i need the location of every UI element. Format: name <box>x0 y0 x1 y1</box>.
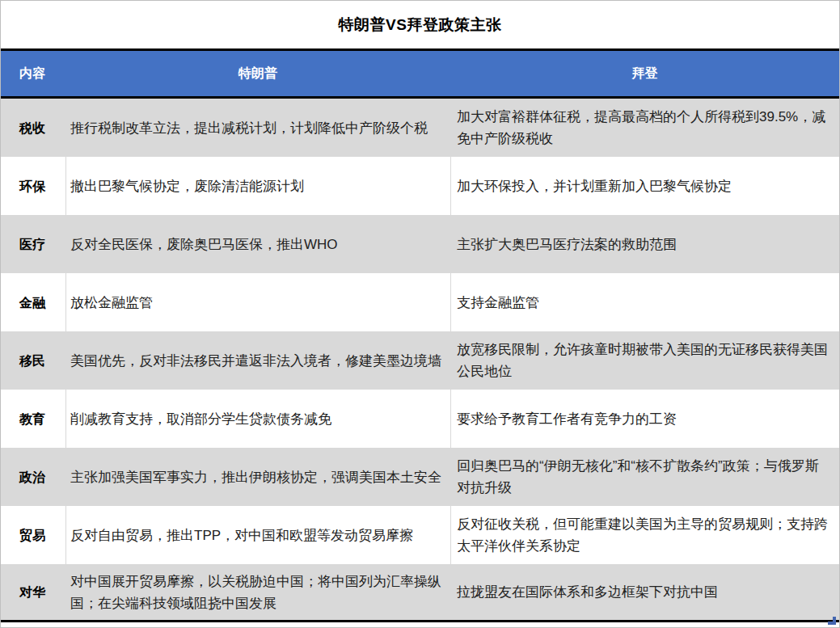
title-block: 特朗普VS拜登政策主张 <box>1 1 839 51</box>
biden-policy-cell: 回归奥巴马的“伊朗无核化”和“核不扩散条约”政策；与俄罗斯对抗升级 <box>450 448 839 506</box>
trump-policy-cell: 反对自由贸易，推出TPP，对中国和欧盟等发动贸易摩擦 <box>65 506 450 564</box>
table-header-row: 内容 特朗普 拜登 <box>1 51 839 99</box>
row-category-label: 金融 <box>1 273 65 331</box>
row-category-label: 环保 <box>1 157 65 215</box>
trump-policy-cell: 美国优先，反对非法移民并遣返非法入境者，修建美墨边境墙 <box>65 331 450 390</box>
row-category-label: 对华 <box>1 564 65 620</box>
row-category-label: 医疗 <box>1 215 65 273</box>
header-cell-trump: 特朗普 <box>65 51 450 96</box>
table-row: 税收 推行税制改革立法，提出减税计划，计划降低中产阶级个税 加大对富裕群体征税，… <box>1 99 839 157</box>
biden-policy-cell: 要求给予教育工作者有竞争力的工资 <box>450 390 839 448</box>
header-cell-category: 内容 <box>1 51 65 96</box>
trump-policy-cell: 推行税制改革立法，提出减税计划，计划降低中产阶级个税 <box>65 99 450 157</box>
page-title: 特朗普VS拜登政策主张 <box>339 15 502 36</box>
row-category-label: 贸易 <box>1 506 65 564</box>
trump-policy-cell: 削减教育支持，取消部分学生贷款债务减免 <box>65 390 450 448</box>
trump-policy-cell: 对中国展开贸易摩擦，以关税胁迫中国；将中国列为汇率操纵国；在尖端科技领域阻挠中国… <box>65 564 450 620</box>
table-body: 税收 推行税制改革立法，提出减税计划，计划降低中产阶级个税 加大对富裕群体征税，… <box>1 99 839 622</box>
table-row: 教育 削减教育支持，取消部分学生贷款债务减免 要求给予教育工作者有竞争力的工资 <box>1 390 839 448</box>
biden-policy-cell: 放宽移民限制，允许孩童时期被带入美国的无证移民获得美国公民地位 <box>450 331 839 390</box>
trump-policy-cell: 反对全民医保，废除奥巴马医保，推出WHO <box>65 215 450 273</box>
biden-policy-cell: 拉拢盟友在国际体系和多边框架下对抗中国 <box>450 564 839 620</box>
biden-policy-cell: 加大对富裕群体征税，提高最高档的个人所得税到39.5%，减免中产阶级税收 <box>450 99 839 157</box>
trump-policy-cell: 放松金融监管 <box>65 273 450 331</box>
table-row: 政治 主张加强美国军事实力，推出伊朗核协定，强调美国本土安全 回归奥巴马的“伊朗… <box>1 448 839 506</box>
row-category-label: 移民 <box>1 331 65 390</box>
row-category-label: 政治 <box>1 448 65 506</box>
biden-policy-cell: 支持金融监管 <box>450 273 839 331</box>
trump-policy-cell: 撤出巴黎气候协定，废除清洁能源计划 <box>65 157 450 215</box>
trump-policy-cell: 主张加强美国军事实力，推出伊朗核协定，强调美国本土安全 <box>65 448 450 506</box>
row-category-label: 教育 <box>1 390 65 448</box>
header-cell-biden: 拜登 <box>450 51 839 96</box>
table-row: 医疗 反对全民医保，废除奥巴马医保，推出WHO 主张扩大奥巴马医疗法案的救助范围 <box>1 215 839 273</box>
policy-comparison-page: 特朗普VS拜登政策主张 内容 特朗普 拜登 税收 推行税制改革立法，提出减税计划… <box>0 0 840 628</box>
row-category-label: 税收 <box>1 99 65 157</box>
biden-policy-cell: 主张扩大奥巴马医疗法案的救助范围 <box>450 215 839 273</box>
table-row: 贸易 反对自由贸易，推出TPP，对中国和欧盟等发动贸易摩擦 反对征收关税，但可能… <box>1 506 839 564</box>
biden-policy-cell: 加大环保投入，并计划重新加入巴黎气候协定 <box>450 157 839 215</box>
resize-handle-icon[interactable] <box>828 617 836 625</box>
biden-policy-cell: 反对征收关税，但可能重建以美国为主导的贸易规则；支持跨太平洋伙伴关系协定 <box>450 506 839 564</box>
table-row: 金融 放松金融监管 支持金融监管 <box>1 273 839 331</box>
table-row: 环保 撤出巴黎气候协定，废除清洁能源计划 加大环保投入，并计划重新加入巴黎气候协… <box>1 157 839 215</box>
table-row: 对华 对中国展开贸易摩擦，以关税胁迫中国；将中国列为汇率操纵国；在尖端科技领域阻… <box>1 564 839 620</box>
table-row: 移民 美国优先，反对非法移民并遣返非法入境者，修建美墨边境墙 放宽移民限制，允许… <box>1 331 839 390</box>
